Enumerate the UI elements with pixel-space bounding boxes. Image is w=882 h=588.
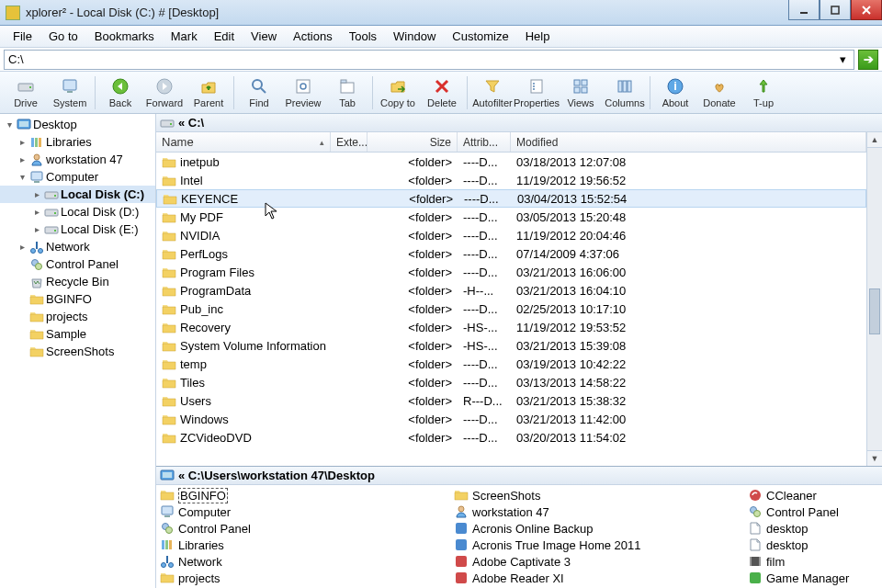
toolbar-preview-button[interactable]: Preview [281,73,325,113]
tree-item-local-disk-d-[interactable]: ▸Local Disk (D:) [0,203,155,220]
menu-actions[interactable]: Actions [286,28,340,45]
toolbar-copyto-button[interactable]: Copy to [376,73,420,113]
folder-tree[interactable]: ▾Desktop▸Libraries▸workstation 47▾Comput… [0,114,156,588]
tree-twisty-icon[interactable]: ▸ [31,189,42,199]
toolbar-autofilter-button[interactable]: Autofilter [470,73,514,113]
tree-twisty-icon[interactable]: ▸ [17,154,28,164]
column-header-name[interactable]: Name▴ [156,132,331,152]
table-row[interactable]: Recovery<folder>-HS-...11/19/2012 19:53:… [156,318,866,336]
toolbar-parent-button[interactable]: Parent [187,73,231,113]
scroll-down-button[interactable]: ▼ [867,450,882,466]
menu-file[interactable]: File [6,28,40,45]
menu-go-to[interactable]: Go to [41,28,85,45]
tree-item-control-panel[interactable]: Control Panel [0,255,155,273]
tree-item-local-disk-c-[interactable]: ▸Local Disk (C:) [0,186,155,203]
toolbar-properties-button[interactable]: Properties [514,73,559,113]
scroll-up-button[interactable]: ▲ [867,132,882,148]
table-row[interactable]: Users<folder>R---D...03/21/2013 15:38:32 [156,391,866,410]
list-item[interactable]: desktop [746,537,880,553]
tree-item-libraries[interactable]: ▸Libraries [0,133,155,151]
toolbar-delete-button[interactable]: Delete [420,73,464,113]
toolbar-tup-button[interactable]: T-up [741,73,786,113]
menu-tools[interactable]: Tools [342,28,384,45]
list-item[interactable]: CCleaner [746,487,880,503]
list-item[interactable]: Computer [158,503,452,520]
list-item[interactable]: desktop [746,520,880,537]
toolbar-about-button[interactable]: iAbout [653,73,697,113]
tree-item-network[interactable]: ▸Network [0,238,155,255]
tree-twisty-icon[interactable]: ▸ [31,207,42,217]
menu-view[interactable]: View [243,28,284,45]
menu-mark[interactable]: Mark [164,28,205,45]
table-row[interactable]: NVIDIA<folder>----D...11/19/2012 20:04:4… [156,226,866,244]
tree-item-bginfo[interactable]: BGINFO [0,290,155,308]
table-row[interactable]: PerfLogs<folder>----D...07/14/2009 4:37:… [156,244,866,263]
table-row[interactable]: Intel<folder>----D...11/19/2012 19:56:52 [156,171,866,189]
list-item[interactable]: Libraries [158,537,452,553]
table-row[interactable]: Tiles<folder>----D...03/13/2013 14:58:22 [156,373,866,391]
list-item[interactable]: ScreenShots [452,487,746,503]
minimize-button[interactable] [788,0,820,20]
tree-twisty-icon[interactable]: ▾ [17,172,28,182]
toolbar-tab-button[interactable]: Tab [325,73,369,113]
list-item[interactable]: Control Panel [746,503,880,520]
toolbar-find-button[interactable]: Find [237,73,281,113]
menu-window[interactable]: Window [386,28,443,45]
menu-help[interactable]: Help [518,28,558,45]
tree-twisty-icon[interactable]: ▸ [17,242,28,252]
toolbar-system-button[interactable]: System [48,73,92,113]
address-dropdown-button[interactable]: ▾ [835,50,850,70]
toolbar-views-button[interactable]: Views [559,73,603,113]
table-row[interactable]: ZCVideoDVD<folder>----D...03/20/2013 11:… [156,428,866,447]
maximize-button[interactable] [820,0,851,20]
tree-item-workstation-47[interactable]: ▸workstation 47 [0,151,155,168]
table-row[interactable]: inetpub<folder>----D...03/18/2013 12:07:… [156,153,866,171]
table-row[interactable]: temp<folder>----D...03/19/2013 10:42:22 [156,355,866,373]
list-item[interactable]: Acronis Online Backup [452,520,746,537]
toolbar-back-button[interactable]: Back [98,73,142,113]
column-header-modified[interactable]: Modified [511,132,866,152]
tree-twisty-icon[interactable]: ▸ [17,137,28,147]
address-input[interactable] [8,52,835,66]
toolbar-columns-button[interactable]: Columns [603,73,647,113]
go-button[interactable]: ➔ [858,50,878,70]
toolbar-forward-button[interactable]: Forward [142,73,187,113]
menu-edit[interactable]: Edit [207,28,242,45]
close-button[interactable] [851,0,882,20]
tree-item-recycle-bin[interactable]: Recycle Bin [0,273,155,290]
table-row[interactable]: Windows<folder>----D...03/21/2013 11:42:… [156,410,866,428]
table-row[interactable]: Pub_inc<folder>----D...02/25/2013 10:17:… [156,300,866,318]
tree-twisty-icon[interactable]: ▸ [31,224,42,234]
table-row[interactable]: My PDF<folder>----D...03/05/2013 15:20:4… [156,208,866,226]
column-header-attr[interactable]: Attrib... [458,132,511,152]
tree-twisty-icon[interactable]: ▾ [4,119,15,130]
list-item[interactable]: Adobe Reader XI [452,570,746,586]
list-item[interactable]: BGINFO [158,487,452,503]
pane2-icon-list[interactable]: BGINFOComputerControl PanelLibrariesNetw… [156,485,882,588]
details-list[interactable]: Name▴ Exte... Size Attrib... Modified in… [156,132,866,466]
toolbar-drive-button[interactable]: Drive [4,73,48,113]
list-item[interactable]: Adobe Captivate 3 [452,553,746,570]
column-header-size[interactable]: Size [368,132,458,152]
list-item[interactable]: workstation 47 [452,503,746,520]
table-row[interactable]: ProgramData<folder>-H--...03/21/2013 16:… [156,281,866,300]
list-item[interactable]: Acronis True Image Home 2011 [452,537,746,553]
list-item[interactable]: film [746,553,880,570]
tree-item-local-disk-e-[interactable]: ▸Local Disk (E:) [0,220,155,238]
list-item[interactable]: Control Panel [158,520,452,537]
menu-bookmarks[interactable]: Bookmarks [87,28,162,45]
list-item[interactable]: Game Manager [746,570,880,586]
table-row[interactable]: Program Files<folder>----D...03/21/2013 … [156,263,866,281]
tree-item-projects[interactable]: projects [0,308,155,325]
tree-item-desktop[interactable]: ▾Desktop [0,116,155,133]
scroll-thumb[interactable] [869,288,880,334]
list-item[interactable]: Network [158,553,452,570]
table-row[interactable]: KEYENCE<folder>----D...03/04/2013 15:52:… [156,189,866,208]
list-item[interactable]: projects [158,570,452,586]
menu-customize[interactable]: Customize [445,28,515,45]
vertical-scrollbar[interactable]: ▲ ▼ [866,132,882,466]
toolbar-donate-button[interactable]: Donate [697,73,741,113]
tree-item-screenshots[interactable]: ScreenShots [0,343,155,360]
address-box[interactable]: ▾ [4,50,854,70]
column-header-ext[interactable]: Exte... [331,132,368,152]
